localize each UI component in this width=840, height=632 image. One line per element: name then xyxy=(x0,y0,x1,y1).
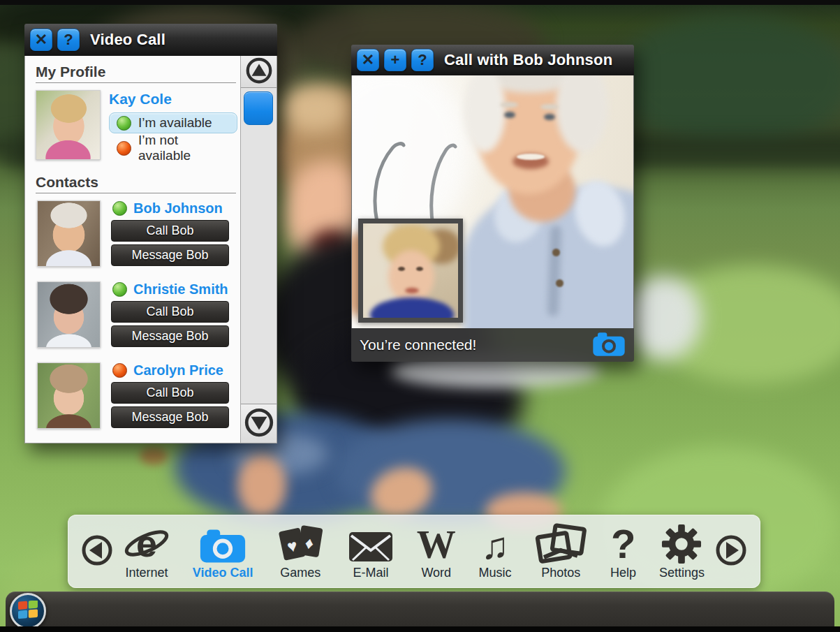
dock-label: Help xyxy=(610,566,636,580)
call-button[interactable]: Call Bob xyxy=(111,220,229,242)
dock-label: Settings xyxy=(659,566,705,580)
contact-name: Bob Johnson xyxy=(133,200,223,216)
dock-scroll-left-button[interactable] xyxy=(80,534,114,569)
snapshot-camera-button[interactable] xyxy=(592,332,626,359)
status-available-dot xyxy=(117,116,131,131)
contact-row-bob: Bob Johnson Call Bob Message Bob xyxy=(37,200,237,269)
camera-icon xyxy=(199,522,246,564)
contact-row-carolyn: Carolyn Price Call Bob Message Bob xyxy=(37,362,237,431)
contact-photo xyxy=(37,362,101,429)
my-profile-heading: My Profile xyxy=(36,64,237,80)
screen-top-edge xyxy=(0,0,840,5)
letter-w-icon: W xyxy=(417,522,456,564)
call-status-text: You’re connected! xyxy=(360,337,476,353)
music-note-icon: ♫ xyxy=(481,522,510,564)
close-icon[interactable]: ✕ xyxy=(357,49,379,71)
svg-text:e: e xyxy=(136,524,157,564)
screen: ✕ ? Video Call My Profile Kay Cole I’m a… xyxy=(0,0,840,632)
contact-photo xyxy=(37,281,101,348)
dock-item-internet[interactable]: e Internet xyxy=(124,522,170,580)
scrollbar xyxy=(240,56,277,443)
kay-face xyxy=(388,250,434,303)
dock-scroll-right-button[interactable] xyxy=(714,534,748,569)
contact-status-dot xyxy=(112,282,127,297)
window-title: Call with Bob Johnson xyxy=(444,51,612,69)
dock-item-settings[interactable]: Settings xyxy=(659,522,705,580)
window-title: Video Call xyxy=(90,31,165,49)
contact-row-christie: Christie Smith Call Bob Message Bob xyxy=(37,281,237,350)
contact-name: Carolyn Price xyxy=(133,362,223,379)
call-button[interactable]: Call Bob xyxy=(111,382,229,404)
arrow-right-icon xyxy=(714,559,748,569)
video-call-window: ✕ ? Video Call My Profile Kay Cole I’m a… xyxy=(24,24,277,443)
help-icon[interactable]: ? xyxy=(411,49,434,71)
scroll-down-button[interactable] xyxy=(241,404,277,443)
dock-item-email[interactable]: E-Mail xyxy=(348,522,394,580)
message-button[interactable]: Message Bob xyxy=(111,325,229,347)
dock-label: Music xyxy=(479,566,512,580)
gear-icon xyxy=(660,522,703,564)
help-icon[interactable]: ? xyxy=(57,29,80,51)
camera-icon xyxy=(592,348,626,359)
eyeglasses xyxy=(356,124,468,232)
message-button[interactable]: Message Bob xyxy=(111,406,229,428)
arrow-up-icon xyxy=(244,56,274,87)
dock-label: E-Mail xyxy=(353,566,388,580)
windows-logo-icon xyxy=(17,601,38,622)
start-button[interactable] xyxy=(10,593,46,629)
arrow-down-icon xyxy=(243,406,275,441)
dock-item-music[interactable]: ♫ Music xyxy=(479,522,512,580)
grandfather-shirt xyxy=(625,276,702,360)
message-button[interactable]: Message Bob xyxy=(111,244,229,266)
envelope-icon xyxy=(348,522,394,564)
arrow-left-icon xyxy=(80,559,114,569)
dock-label: Games xyxy=(280,566,320,580)
screen-bottom-edge xyxy=(0,626,840,632)
profile-name: Kay Cole xyxy=(109,91,237,108)
contact-status-dot xyxy=(112,363,127,378)
photo-stack-icon xyxy=(534,522,587,564)
call-window: ✕ + ? Call with Bob Johnson xyxy=(351,45,634,362)
profile-row: Kay Cole I’m available I’m not available xyxy=(36,90,237,163)
playing-cards-icon: ♥ ♦ xyxy=(276,522,325,564)
dock-item-video-call[interactable]: Video Call xyxy=(193,522,253,580)
dock-label: Video Call xyxy=(193,566,253,580)
app-dock: e Internet Video Call xyxy=(68,515,760,588)
dock-label: Photos xyxy=(541,566,580,580)
dock-item-games[interactable]: ♥ ♦ Games xyxy=(276,522,325,580)
self-view-video xyxy=(358,219,463,323)
video-call-titlebar: ✕ ? Video Call xyxy=(24,24,277,56)
dock-label: Internet xyxy=(125,566,168,580)
status-busy-dot xyxy=(117,141,131,156)
contact-status-dot xyxy=(112,201,127,216)
status-available-label: I’m available xyxy=(138,115,212,131)
call-button[interactable]: Call Bob xyxy=(111,301,229,323)
scrollbar-track[interactable] xyxy=(241,88,277,404)
call-titlebar: ✕ + ? Call with Bob Johnson xyxy=(351,45,634,75)
contacts-heading: Contacts xyxy=(36,174,237,191)
internet-e-icon: e xyxy=(124,522,170,564)
divider xyxy=(36,193,236,193)
scroll-up-button[interactable] xyxy=(241,56,277,88)
call-status-bar: You’re connected! xyxy=(351,328,634,362)
status-not-available-label: I’m not available xyxy=(138,133,230,163)
status-available-option[interactable]: I’m available xyxy=(109,112,237,133)
scrollbar-thumb[interactable] xyxy=(244,91,273,125)
dock-item-photos[interactable]: Photos xyxy=(534,522,587,580)
dock-item-word[interactable]: W Word xyxy=(417,522,456,580)
close-icon[interactable]: ✕ xyxy=(30,29,52,51)
status-not-available-option[interactable]: I’m not available xyxy=(109,138,237,159)
question-mark-icon: ? xyxy=(611,522,635,564)
taskbar xyxy=(6,591,834,626)
add-icon[interactable]: + xyxy=(384,49,406,71)
profile-photo xyxy=(36,90,101,160)
dock-label: Word xyxy=(421,566,451,580)
dock-item-help[interactable]: ? Help xyxy=(610,522,636,580)
divider xyxy=(36,82,236,83)
contact-name: Christie Smith xyxy=(133,281,228,297)
contact-photo xyxy=(37,200,101,267)
remote-video-feed xyxy=(351,75,634,328)
